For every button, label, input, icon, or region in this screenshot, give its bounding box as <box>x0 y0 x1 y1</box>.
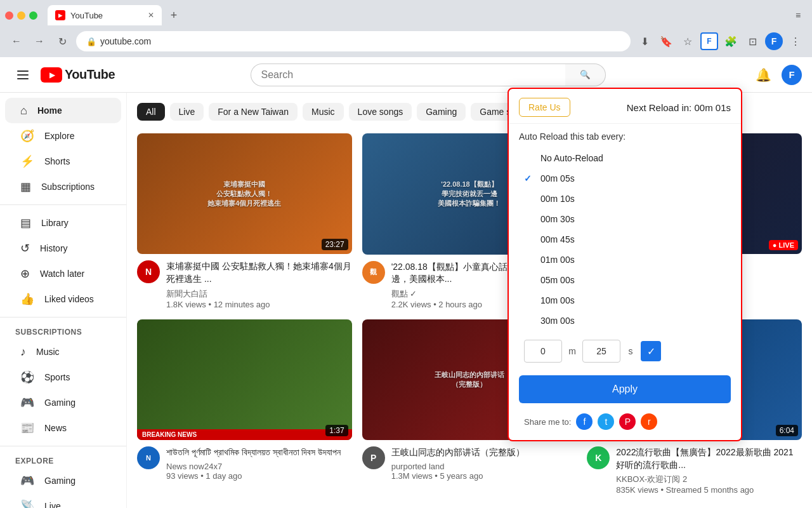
option-5m-label: 05m 00s <box>540 275 575 285</box>
sidebar-label-live: Live <box>44 501 61 508</box>
option-1m[interactable]: 01m 00s <box>519 250 731 270</box>
video-views-6: 835K views • Streamed 5 months ago <box>616 485 802 495</box>
option-5s-label: 00m 05s <box>540 173 575 184</box>
option-no-reload-label: No Auto-Reload <box>540 153 603 163</box>
user-avatar[interactable]: F <box>782 65 802 85</box>
sidebar-item-gaming-explore[interactable]: 🎮 Gaming <box>5 468 121 493</box>
custom-minutes-input[interactable] <box>524 340 562 363</box>
twitter-share-icon[interactable]: t <box>598 413 614 430</box>
minimize-window-button[interactable] <box>17 11 25 20</box>
sidebar-item-sports[interactable]: ⚽ Sports <box>5 364 121 390</box>
video-info-4: N শাউতলি পূর্ণমাটি প্রাথমিক বিদ্যালয়ত স… <box>137 440 352 481</box>
sidebar-label-explore: Explore <box>44 131 74 141</box>
live-icon: 📡 <box>20 499 34 508</box>
sidebar-item-history[interactable]: ↺ History <box>5 236 121 261</box>
sidebar-item-liked-videos[interactable]: 👍 Liked videos <box>5 286 121 312</box>
option-30m[interactable]: 30m 00s <box>519 311 731 331</box>
back-button[interactable]: ← <box>8 32 25 50</box>
subscriptions-icon: ▦ <box>20 180 31 194</box>
extensions-icon[interactable]: 🧩 <box>722 32 740 50</box>
sidebar-toggle-icon[interactable]: ⊡ <box>743 32 761 50</box>
new-tab-button[interactable]: + <box>164 6 183 25</box>
video-meta-5: 王岐山同志的內部讲话（完整版） purported land 1.3M view… <box>391 446 577 481</box>
video-info-6: K 2022流行歌曲【無廣告】2022最新歌曲 2021好听的流行歌曲... K… <box>587 440 802 495</box>
option-45s[interactable]: 00m 45s <box>519 229 731 250</box>
custom-seconds-input[interactable] <box>582 340 620 363</box>
url-input[interactable] <box>100 36 620 46</box>
option-5s[interactable]: ✓ 00m 05s <box>519 168 731 189</box>
hamburger-icon <box>17 74 29 76</box>
notifications-button[interactable]: 🔔 <box>751 62 776 88</box>
chip-taiwan[interactable]: For a New Taiwan <box>209 103 298 121</box>
search-input[interactable] <box>251 64 565 86</box>
close-window-button[interactable] <box>5 11 13 20</box>
option-10m[interactable]: 10m 00s <box>519 290 731 311</box>
search-bar: 🔍 <box>251 64 606 86</box>
custom-time-confirm-button[interactable]: ✓ <box>641 341 661 361</box>
sidebar-menu-button[interactable] <box>10 62 36 88</box>
auto-reload-label: Auto Reload this tab every: <box>519 131 731 142</box>
pinterest-share-icon[interactable]: P <box>619 413 636 430</box>
sidebar-item-watch-later[interactable]: ⊕ Watch later <box>5 261 121 286</box>
window-menu-button[interactable]: ≡ <box>789 6 807 24</box>
thumb-text-2: '22.08.18【觀點】學完技術就丟一邊美國根本詐騙集團！ <box>433 175 506 213</box>
sidebar-item-subscriptions[interactable]: ▦ Subscriptions <box>5 174 121 199</box>
chip-all[interactable]: All <box>137 103 165 121</box>
sidebar-item-explore[interactable]: 🧭 Explore <box>5 123 121 149</box>
video-card-1[interactable]: 束埔寨挺中國公安駐點救人獨！她束埔寨4個月死裡逃生 23:27 N 束埔寨挺中國… <box>137 133 352 309</box>
reddit-share-icon[interactable]: r <box>641 413 657 430</box>
forward-button[interactable]: → <box>30 32 48 50</box>
video-channel-5: purported land <box>391 462 577 471</box>
video-views-5: 1.3M views • 5 years ago <box>391 471 577 481</box>
tab-close-button[interactable]: ✕ <box>148 11 154 20</box>
sidebar-item-shorts[interactable]: ⚡ Shorts <box>5 149 121 174</box>
video-meta-6: 2022流行歌曲【無廣告】2022最新歌曲 2021好听的流行歌曲... KKB… <box>616 446 802 495</box>
star-icon[interactable]: ☆ <box>679 32 697 50</box>
tab-title: YouTube <box>70 11 103 20</box>
chip-live[interactable]: Live <box>170 103 204 121</box>
youtube-logo[interactable]: YouTube <box>41 67 115 83</box>
hamburger-icon <box>17 70 29 72</box>
toolbar-icons: ⬇ 🔖 ☆ F 🧩 ⊡ F ⋮ <box>636 32 804 50</box>
refresh-button[interactable]: ↻ <box>53 32 71 50</box>
facebook-share-icon[interactable]: f <box>576 413 593 430</box>
bookmark-icon[interactable]: 🔖 <box>657 32 675 50</box>
search-button[interactable]: 🔍 <box>565 64 606 86</box>
option-30s[interactable]: 00m 30s <box>519 209 731 229</box>
sidebar-item-gaming[interactable]: 🎮 Gaming <box>5 390 121 415</box>
sidebar-item-live[interactable]: 📡 Live <box>5 493 121 508</box>
chip-music[interactable]: Music <box>303 103 344 121</box>
sidebar-item-library[interactable]: ▤ Library <box>5 210 121 236</box>
sidebar-item-music[interactable]: ♪ Music <box>5 339 121 364</box>
option-5m[interactable]: 05m 00s <box>519 270 731 290</box>
sidebar-item-home[interactable]: ⌂ Home <box>5 98 121 123</box>
option-no-reload[interactable]: No Auto-Reload <box>519 148 731 168</box>
extension-icon[interactable]: F <box>700 32 718 50</box>
chip-gaming[interactable]: Gaming <box>417 103 466 121</box>
share-label: Share me to: <box>524 417 571 427</box>
video-info-1: N 束埔寨挺中國 公安駐點救人獨！她束埔寨4個月死裡逃生 ... 新聞大白話 1… <box>137 254 352 309</box>
video-title-1: 束埔寨挺中國 公安駐點救人獨！她束埔寨4個月死裡逃生 ... <box>166 260 352 285</box>
option-10s[interactable]: 00m 10s <box>519 189 731 209</box>
active-tab[interactable]: ▶ YouTube ✕ <box>48 5 162 25</box>
sidebar-label-home: Home <box>37 105 62 116</box>
apply-button[interactable]: Apply <box>519 375 731 403</box>
rate-us-button[interactable]: Rate Us <box>519 98 570 117</box>
sidebar-label-sports: Sports <box>44 372 70 382</box>
browser-profile-avatar[interactable]: F <box>765 32 783 50</box>
maximize-window-button[interactable] <box>29 11 37 20</box>
tab-favicon: ▶ <box>55 10 65 20</box>
thumb-text-5: 王岐山同志的內部讲话（完整版） <box>429 365 509 394</box>
video-card-4[interactable]: BREAKING NEWS 1:37 N শাউতলি পূর্ণমাটি প্… <box>137 319 352 495</box>
chip-love-songs[interactable]: Love songs <box>349 103 412 121</box>
download-icon[interactable]: ⬇ <box>636 32 653 50</box>
youtube-logo-text: YouTube <box>65 67 115 82</box>
video-meta-1: 束埔寨挺中國 公安駐點救人獨！她束埔寨4個月死裡逃生 ... 新聞大白話 1.8… <box>166 260 352 309</box>
option-45s-label: 00m 45s <box>540 234 575 244</box>
option-30s-label: 00m 30s <box>540 214 575 224</box>
address-bar[interactable]: 🔒 <box>76 31 631 51</box>
sidebar-item-news[interactable]: 📰 News <box>5 415 121 441</box>
video-duration-4: 1:37 <box>325 425 348 436</box>
browser-menu-icon[interactable]: ⋮ <box>787 32 804 50</box>
news-icon: 📰 <box>20 421 34 435</box>
